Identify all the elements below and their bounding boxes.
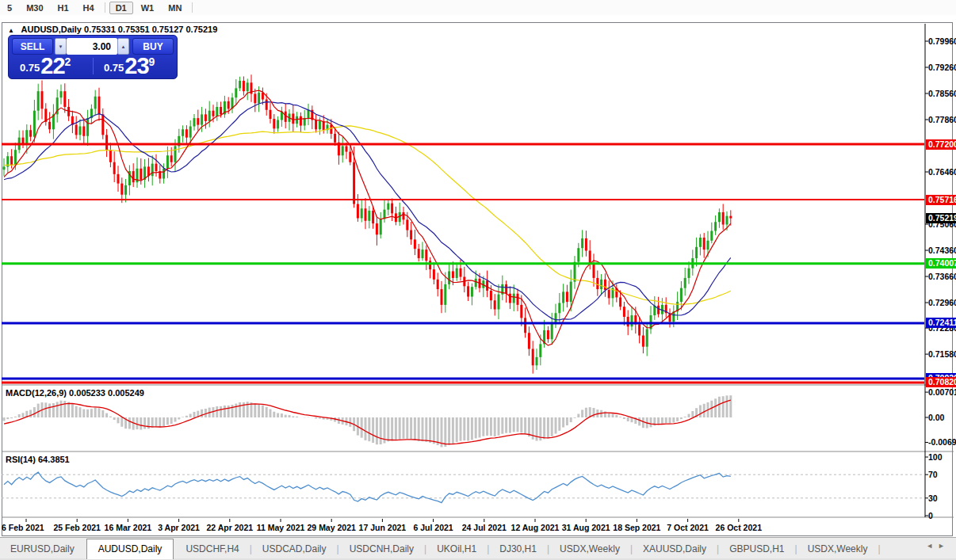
- date-tick-label: 12 Aug 2021: [510, 523, 560, 532]
- macd-label: MACD(12,26,9) 0.005233 0.005249: [6, 388, 144, 398]
- up-arrow-icon: ▲: [121, 44, 126, 49]
- rsi-tick-label: 70: [928, 470, 938, 479]
- tab-usdcad-daily[interactable]: USDCAD,Daily: [252, 540, 337, 558]
- symbol-tabbar: EURUSD,DailyAUDUSD,DailyUSDCHF,H4|USDCAD…: [0, 537, 956, 558]
- buy-price-sup: 9: [149, 55, 155, 68]
- sell-price[interactable]: 0.75222: [20, 55, 71, 77]
- tab-separator: |: [878, 540, 880, 558]
- buy-price-main: 23: [124, 53, 148, 78]
- date-tick-label: 24 Jul 2021: [459, 523, 510, 532]
- rsi-tick-label: 0: [928, 511, 933, 520]
- date-tick-label: 17 Jun 2021: [357, 523, 407, 532]
- volume-increase-button[interactable]: ▲: [117, 38, 129, 55]
- buy-button[interactable]: BUY: [132, 38, 174, 55]
- rsi-label: RSI(14) 64.3851: [6, 455, 70, 464]
- tab-eurusd-daily[interactable]: EURUSD,Daily: [0, 540, 85, 558]
- sell-button[interactable]: SELL: [12, 38, 53, 55]
- price-tick-label: 0.78560: [928, 89, 956, 98]
- macd-pane: [4, 395, 731, 447]
- chart-canvas[interactable]: [0, 0, 956, 560]
- macd-values: 0.005233 0.005249: [69, 388, 144, 398]
- price-tick-label: 0.73660: [928, 272, 956, 281]
- sell-price-prefix: 0.75: [20, 62, 40, 74]
- date-tick-label: 25 Feb 2021: [52, 523, 102, 532]
- rsi-tick-label: 30: [928, 493, 938, 503]
- chart-title: ▲ AUDUSD,Daily 0.75331 0.75351 0.75127 0…: [8, 25, 217, 34]
- collapse-panel-icon[interactable]: ▲: [8, 27, 14, 34]
- tab-scroll-arrows: ◄►: [926, 542, 950, 550]
- tab-scroll-right-icon[interactable]: ►: [938, 542, 950, 550]
- chart-ohlc-values: 0.75331 0.75351 0.75127 0.75219: [84, 25, 217, 34]
- tab-scroll-left-icon[interactable]: ◄: [926, 542, 938, 550]
- date-tick-label: 6 Jul 2021: [408, 523, 459, 532]
- date-tick-label: 26 Oct 2021: [713, 523, 764, 532]
- price-tick-label: 0.71580: [928, 349, 956, 359]
- tab-usdcnh-daily[interactable]: USDCNH,Daily: [339, 540, 424, 558]
- price-tick-label: 0.77860: [928, 115, 956, 124]
- macd-tick-label: 0.007015: [928, 387, 956, 397]
- sell-price-sup: 2: [65, 55, 71, 68]
- down-arrow-icon: ▼: [59, 44, 63, 49]
- price-level-flag: 0.72411: [926, 318, 956, 328]
- current-price-flag: 0.75219: [926, 213, 956, 223]
- volume-input[interactable]: [67, 38, 117, 55]
- date-tick-label: 31 Aug 2021: [560, 523, 611, 532]
- tab-xauusd-daily[interactable]: XAUUSD,Daily: [633, 540, 717, 558]
- chart-symbol-label: AUDUSD,Daily: [21, 25, 82, 34]
- rsi-title: RSI(14): [6, 455, 36, 464]
- buy-price-prefix: 0.75: [104, 62, 124, 74]
- macd-tick-label: 0.00: [928, 413, 944, 422]
- price-level-flag: 0.75716: [926, 195, 956, 205]
- date-tick-label: 29 May 2021: [306, 523, 357, 532]
- tab-usdx-weekly[interactable]: USDX,Weekly: [797, 540, 878, 558]
- price-tick-label: 0.72960: [928, 298, 956, 307]
- price-level-flag: 0.70820: [926, 377, 956, 387]
- price-tick-label: 0.74360: [928, 246, 956, 255]
- tab-ukoil-h1[interactable]: UKOil,H1: [426, 540, 487, 558]
- price-level-flag: 0.74007: [926, 258, 956, 269]
- date-tick-label: 11 May 2021: [255, 523, 306, 532]
- price-level-flag: 0.77200: [926, 139, 956, 150]
- tab-gbpusd-h1[interactable]: GBPUSD,H1: [719, 540, 794, 558]
- rsi-pane: [2, 472, 925, 503]
- date-tick-label: 6 Feb 2021: [2, 523, 52, 532]
- price-tick-label: 0.76460: [928, 167, 956, 177]
- date-tick-label: 3 Apr 2021: [154, 523, 205, 532]
- rsi-value: 64.3851: [38, 455, 70, 464]
- buy-price[interactable]: 0.75239: [104, 55, 155, 77]
- tab-usdchf-h4[interactable]: USDCHF,H4: [175, 540, 249, 558]
- main-chart-pane: [0, 74, 925, 383]
- price-divider: [93, 58, 94, 74]
- macd-title: MACD(12,26,9): [6, 388, 67, 398]
- rsi-tick-label: 100: [928, 452, 943, 462]
- tab-usdx-weekly[interactable]: USDX,Weekly: [549, 540, 630, 558]
- tab-dj30-h1[interactable]: DJ30,H1: [489, 540, 547, 558]
- one-click-trading-panel: SELL ▼ ▲ BUY 0.75222 0.75239: [8, 35, 178, 79]
- date-tick-label: 22 Apr 2021: [205, 523, 255, 532]
- price-tick-label: 0.79960: [928, 36, 956, 46]
- volume-decrease-button[interactable]: ▼: [55, 38, 67, 55]
- date-tick-label: 18 Sep 2021: [611, 523, 662, 532]
- sell-price-main: 22: [40, 53, 64, 78]
- price-tick-label: 0.79260: [928, 63, 956, 72]
- tab-audusd-daily[interactable]: AUDUSD,Daily: [86, 539, 174, 559]
- date-tick-label: 7 Oct 2021: [663, 523, 713, 532]
- macd-tick-label: -0.00692: [928, 437, 956, 447]
- date-tick-label: 16 Mar 2021: [102, 523, 153, 532]
